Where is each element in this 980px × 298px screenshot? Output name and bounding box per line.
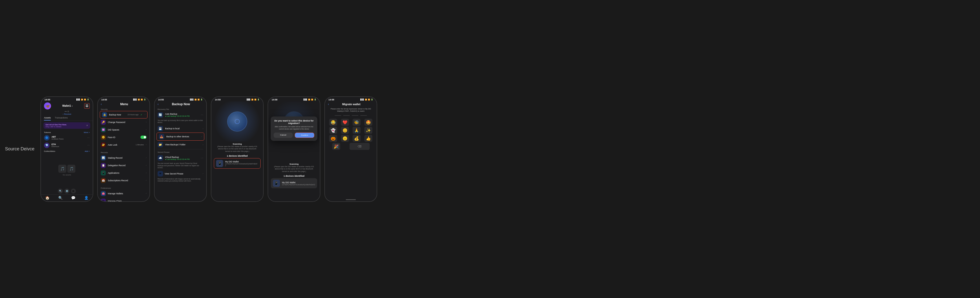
tokens-more[interactable]: More > xyxy=(84,131,90,133)
menu-item-subscriptions[interactable]: 📅 Subscriptions Record › xyxy=(98,177,150,184)
auto-backup-name: Auto Backup xyxy=(165,113,199,115)
dash-row xyxy=(325,113,377,118)
status-time-1: 14:55 xyxy=(45,98,50,101)
menu-item-wallets[interactable]: 👛 Manage Wallets › xyxy=(98,190,150,197)
token-abt-menu[interactable]: ⋯ xyxy=(87,136,90,139)
emoji-party[interactable]: 🎉 xyxy=(332,143,340,150)
nav-profile[interactable]: 👤 xyxy=(84,196,89,200)
view-phrase-icon: 👁 xyxy=(158,171,163,176)
wallet-avatar: 🦋 xyxy=(44,102,51,109)
device-name-1: My DID Wallet xyxy=(225,160,258,163)
phone-scanning: 14:58 ▋▋▋📶🛜🔋 Scanning (Please open the D… xyxy=(211,97,264,202)
staking-label: Staking Record xyxy=(108,157,144,159)
emoji-moneybag[interactable]: 💰 xyxy=(353,135,361,142)
emoji-heart[interactable]: ❤️ xyxy=(341,119,349,126)
staking-icon: 📊 xyxy=(101,155,106,160)
phone-menu: 14:55 ▋▋▋📶🛜🔋 ‹ Menu Security 🔒 Backup No… xyxy=(97,97,150,202)
device-item-5[interactable]: 📱 My DID Wallet z1Y9GFLFNZXoH72UlnwNzxFp… xyxy=(271,178,317,188)
chain-label: Manage Chain xyxy=(108,200,144,201)
emoji-bee[interactable]: 🐝 xyxy=(353,119,361,126)
subscriptions-icon: 📅 xyxy=(101,178,106,183)
dash-2 xyxy=(343,115,350,116)
backup-local-icon: 💾 xyxy=(158,126,163,131)
emoji-thumbsup[interactable]: 👍 xyxy=(364,135,372,142)
receive-button[interactable]: ↓ Receive xyxy=(41,113,93,116)
emoji-pray[interactable]: 🙏 xyxy=(353,127,361,134)
did-arrow: › xyxy=(146,128,146,131)
menu-item-password[interactable]: 🔑 Change Password › xyxy=(98,119,150,126)
token-eth-menu[interactable]: ⋯ xyxy=(87,144,90,147)
applications-icon: 📱 xyxy=(101,170,106,176)
dash-4 xyxy=(360,115,367,116)
status-icons-1: ▋▋▋📶🛜🔋 xyxy=(76,99,89,101)
collectibles-area: 🎵 🎵 No assets xyxy=(41,153,93,188)
menu-title: Menu xyxy=(102,102,146,106)
status-icons-2: ▋▋▋📶🛜🔋 xyxy=(133,99,146,101)
gas-close[interactable]: ✕ xyxy=(86,124,88,127)
emoji-starstruck[interactable]: 🤩 xyxy=(364,119,372,126)
chain-arrow: › xyxy=(146,200,146,201)
menu-item-chain[interactable]: ⛓ Manage Chain › xyxy=(98,197,150,201)
backup-local-item[interactable]: 💾 Backup to local › xyxy=(154,125,206,133)
token-abt: 🔵 ABT ArcBlock Token ⋯ xyxy=(41,134,93,142)
device-icon-1: 📱 xyxy=(216,160,223,167)
token-eth-sub: Ethereum xyxy=(51,146,85,147)
icloud-dots[interactable]: ⋯ xyxy=(201,157,203,159)
emoji-laughing[interactable]: 😂 xyxy=(329,119,337,126)
menu-item-backup[interactable]: 🔒 Backup Now 23 hours ago ✓ › xyxy=(100,111,148,119)
tab-assets[interactable]: Assets xyxy=(44,116,51,120)
menu-item-staking[interactable]: 📊 Staking Record › xyxy=(98,154,150,162)
auto-backup-dots[interactable]: ⋯ xyxy=(201,114,203,116)
icloud-backup-item[interactable]: ☁️ iCloud Backup ● Last backup: 09-02 03… xyxy=(154,154,206,162)
emoji-row-1: 😂 ❤️ 🐝 🤩 xyxy=(328,119,374,126)
icloud-sub: ● Last backup: 09-02 03:44 PM xyxy=(165,159,199,160)
mini-pill-grid[interactable]: ⊞ xyxy=(71,189,76,193)
tab-transactions[interactable]: Transactions xyxy=(55,116,68,120)
view-folder-icon: 📁 xyxy=(158,142,163,147)
token-eth: 💎 ETH Ethereum ⋯ xyxy=(41,142,93,149)
scan-circle xyxy=(227,111,247,132)
emoji-neutral[interactable]: 😐 xyxy=(341,135,349,142)
nav-messages[interactable]: 💬 xyxy=(71,196,75,200)
emoji-pumpkin[interactable]: 🎃 xyxy=(329,135,337,142)
menu-item-autolock[interactable]: 🔐 Auto Lock 1 Minutes › xyxy=(98,141,150,149)
faceid-toggle[interactable] xyxy=(140,136,146,139)
recovery-file-label: Recovery File xyxy=(154,107,206,111)
confirm-button[interactable]: Confirm xyxy=(295,133,314,138)
menu-item-applications[interactable]: 📱 Applications › xyxy=(98,169,150,177)
status-icons-4: ▋▋▋📶🛜🔋 xyxy=(247,99,259,101)
delegation-arrow: › xyxy=(146,164,146,166)
nav-search[interactable]: 🔍 xyxy=(58,196,62,200)
emoji-ghost[interactable]: 👻 xyxy=(329,127,337,134)
cancel-button[interactable]: Cancel xyxy=(274,133,293,138)
devices-found-5: 1 devices identified xyxy=(281,174,307,178)
menu-button[interactable] xyxy=(84,103,90,109)
menu-item-delegation[interactable]: 📋 Delegation Record › xyxy=(98,162,150,169)
mini-pill-scan[interactable]: 🔍 xyxy=(58,189,63,193)
nft-card-1: 🎵 xyxy=(58,165,66,173)
wallet-name: Wallet1 ∨ xyxy=(51,105,84,107)
emoji-sparkle[interactable]: ✨ xyxy=(364,127,372,134)
device-id-5: z1Y9GFLFNZXoH72UlnwNzxFpVb8nFdDdV2 xyxy=(282,184,315,185)
auto-backup-item[interactable]: 🔄 Auto Backup ● Last backup: 09-02 03:44… xyxy=(154,111,206,119)
auto-backup-sub: ● Last backup: 09-02 03:44 PM xyxy=(165,115,199,117)
collectibles-add[interactable]: Add + xyxy=(85,150,90,152)
status-time-2: 14:55 xyxy=(101,98,107,101)
backup-title: Backup Now xyxy=(159,102,203,106)
emoji-smile[interactable]: 😊 xyxy=(341,127,349,134)
delete-button[interactable]: ⌫ xyxy=(350,143,370,150)
phone-confirm: 14:58 ▋▋▋📶🛜🔋 Do you want to select this … xyxy=(267,97,320,202)
view-phrase-btn[interactable]: 👁 View Secret Phrase › xyxy=(154,170,206,178)
nav-home[interactable]: 🏠 xyxy=(45,196,49,200)
menu-item-faceid[interactable]: 😊 Face ID xyxy=(98,133,150,141)
backup-other-item[interactable]: 📤 Backup to other devices › xyxy=(156,133,204,141)
emoji-grid: 😂 ❤️ 🐝 🤩 👻 😊 🙏 ✨ 🎃 😐 💰 👍 🎉 ⌫ xyxy=(325,118,377,198)
device-item-1[interactable]: 📱 My DID Wallet z1Y9GFLFNZXoH72UlnwNzxFp… xyxy=(214,158,261,169)
bottom-nav: 🏠 🔍 💬 👤 xyxy=(41,194,93,201)
menu-item-did[interactable]: 🆔 DID Spaces › xyxy=(98,126,150,133)
mini-pill-gear[interactable]: ⚙️ xyxy=(64,189,69,193)
view-folder-item[interactable]: 📁 View Backups' Folder › xyxy=(154,141,206,149)
scan-status: Scanning (Please open the DID Wallet of … xyxy=(211,142,263,154)
view-phrase-arrow: › xyxy=(202,173,203,175)
section-records: Records xyxy=(98,150,150,154)
